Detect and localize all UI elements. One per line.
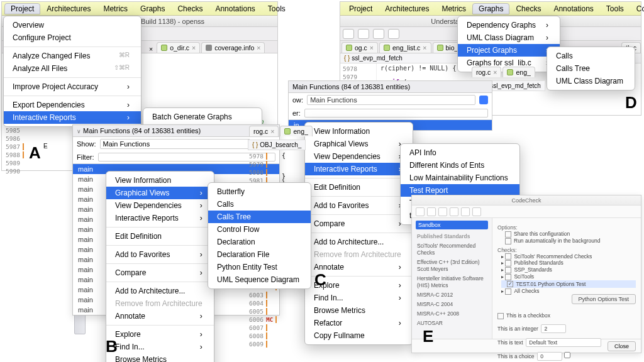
ctx-view-info[interactable]: View Information	[305, 125, 413, 138]
close-icon[interactable]: ×	[192, 44, 196, 52]
ctx-explore[interactable]: Explore	[106, 328, 214, 341]
ctx-edit-def[interactable]: Edit Definition	[106, 230, 214, 243]
close-icon[interactable]: ×	[423, 44, 426, 52]
menu-project[interactable]: Project	[4, 3, 40, 14]
tab[interactable]: eng_	[502, 67, 535, 77]
ctx-add-arch[interactable]: Add to Architecture...	[305, 236, 413, 248]
check-label[interactable]: TEST.01 Python Options Test	[516, 281, 586, 287]
dropdown-icon[interactable]	[564, 352, 570, 358]
text-input[interactable]: Default Text	[526, 338, 601, 347]
tree-item[interactable]: SciTools' Recommended Checks	[416, 241, 488, 258]
tree-item[interactable]: MISRA-C 2012	[416, 290, 488, 300]
ctx-compare[interactable]: Compare	[305, 217, 413, 230]
ctx-edit-def[interactable]: Edit Definition	[305, 181, 413, 194]
tree-item[interactable]: MISRA-C 2004	[416, 300, 488, 309]
sub-calls[interactable]: Calls	[208, 198, 311, 211]
ctx-annotate[interactable]: Annotate	[106, 310, 214, 322]
tool-btn[interactable]	[373, 29, 384, 39]
show-select[interactable]: Main Functions	[100, 139, 250, 149]
menu-item-analyze-changed[interactable]: Analyze Changed Files⌘R	[4, 50, 141, 62]
sub-butterfly[interactable]: Butterfly	[208, 185, 311, 198]
menu-architectures[interactable]: Architectures	[379, 3, 435, 14]
ctx-compare[interactable]: Compare	[106, 266, 214, 279]
menu-metrics[interactable]: Metrics	[97, 3, 134, 14]
sub-python-entity-test[interactable]: Python Entity Test	[208, 261, 311, 273]
menu-annotations[interactable]: Annotations	[547, 3, 599, 14]
ctx-add-fav[interactable]: Add to Favorites	[305, 199, 413, 212]
ctx-graphical-views[interactable]: Graphical Views	[305, 138, 413, 150]
sub-control-flow[interactable]: Control Flow	[208, 223, 311, 236]
menu-item-interactive-reports[interactable]: Interactive Reports	[4, 111, 141, 124]
sub-calls-tree[interactable]: Calls Tree	[208, 211, 311, 223]
tab[interactable]: coverage.info×	[201, 42, 265, 53]
sub-low-maint[interactable]: Low Maintainability Functions	[401, 172, 519, 184]
tree-header-sandbox[interactable]: Sandbox	[416, 221, 488, 229]
check-item-cb[interactable]	[505, 260, 511, 266]
show-select[interactable]: Main Functions	[307, 95, 475, 105]
ctx-browse-metrics[interactable]: Browse Metrics	[106, 353, 214, 362]
ctx-interactive-reports[interactable]: Interactive Reports	[106, 212, 214, 224]
check-label[interactable]: Published Standards	[514, 260, 563, 266]
ctx-refactor[interactable]: Refactor	[305, 317, 413, 329]
menu-item-configure[interactable]: Configure Project	[4, 31, 141, 44]
menu-item-dependency-graphs[interactable]: Dependency Graphs	[458, 19, 560, 31]
check-item-cb[interactable]	[505, 267, 511, 273]
ctx-copy-fullname[interactable]: Copy Fullname	[305, 329, 413, 342]
checkbox-autorun[interactable]	[505, 238, 511, 244]
close-icon[interactable]: ×	[270, 128, 274, 135]
tool-btn[interactable]	[461, 207, 470, 216]
tab[interactable]: og.c×	[341, 42, 378, 53]
sub-diff-kinds[interactable]: Different Kinds of Ents	[401, 159, 519, 172]
sub-declaration-file[interactable]: Declaration File	[208, 248, 311, 261]
submenu-batch-generate[interactable]: Batch Generate Graphs	[143, 111, 262, 123]
ctx-browse-metrics[interactable]: Browse Metrics	[305, 304, 413, 317]
tab[interactable]: eng_	[280, 126, 312, 136]
menu-item-export-deps[interactable]: Export Dependencies	[4, 99, 141, 111]
checkbox-share[interactable]	[505, 231, 511, 238]
submenu-calls[interactable]: Calls	[547, 50, 635, 62]
example-checkbox[interactable]	[497, 313, 504, 319]
check-item-cb[interactable]	[505, 253, 511, 260]
submenu-calls-tree[interactable]: Calls Tree	[547, 62, 635, 75]
int-input[interactable]: 2	[541, 324, 566, 333]
menu-compare[interactable]: Compare	[630, 3, 644, 14]
ctx-add-arch[interactable]: Add to Architecture...	[106, 285, 214, 297]
check-label[interactable]: SciTools' Recommended Checks	[514, 253, 592, 260]
ctx-view-deps[interactable]: View Dependencies	[106, 199, 214, 212]
tab[interactable]: rog.c×	[472, 67, 501, 77]
tool-btn[interactable]	[438, 207, 447, 216]
menu-project[interactable]: Project	[343, 3, 379, 14]
menu-architectures[interactable]: Architectures	[40, 3, 97, 14]
tab[interactable]: eng_list.c×	[379, 42, 431, 53]
close-icon[interactable]: ×	[370, 44, 374, 52]
tool-btn[interactable]	[358, 29, 369, 39]
choice-select[interactable]: 0	[537, 352, 562, 361]
check-label[interactable]: SSP_Standards	[514, 266, 552, 273]
menu-item-overview[interactable]: Overview	[4, 19, 141, 31]
check-label[interactable]: All Checks	[514, 288, 539, 294]
tree-item[interactable]: Hersteller Initiative Software (HIS) Met…	[416, 274, 488, 290]
filter-input[interactable]	[304, 109, 488, 118]
close-icon[interactable]: ×	[257, 44, 260, 52]
tool-btn[interactable]	[343, 29, 354, 39]
tool-btn[interactable]	[450, 207, 458, 216]
menu-graphs[interactable]: Graphs	[134, 3, 171, 14]
ctx-find-in[interactable]: Find In...	[305, 292, 413, 304]
submenu-uml-class[interactable]: UML Class Diagram	[547, 75, 635, 87]
menu-tools[interactable]: Tools	[262, 3, 292, 14]
ctx-graphical-views[interactable]: Graphical Views	[106, 187, 214, 199]
func-breadcrumb-b[interactable]: { } OBJ_bsearch_	[248, 140, 306, 150]
check-item-cb[interactable]	[505, 288, 511, 295]
tree-item[interactable]: MISRA-C++ 2008	[416, 309, 488, 319]
ctx-interactive-reports[interactable]: Interactive Reports	[305, 163, 413, 175]
check-item-cb[interactable]	[507, 281, 513, 287]
python-options-test-button[interactable]: Python Options Test	[572, 294, 636, 304]
sub-uml-seq[interactable]: UML Sequence Diagram	[208, 273, 311, 286]
tree-item[interactable]: Effective C++ (3rd Edition) Scott Meyers	[416, 258, 488, 274]
close-icon[interactable]: ×	[147, 45, 155, 53]
ctx-find-in[interactable]: Find In...	[106, 341, 214, 353]
close-icon[interactable]: ×	[493, 69, 497, 76]
tool-btn[interactable]	[388, 29, 399, 39]
menu-item-project-graphs[interactable]: Project Graphs	[458, 44, 560, 57]
menu-metrics[interactable]: Metrics	[435, 3, 472, 14]
